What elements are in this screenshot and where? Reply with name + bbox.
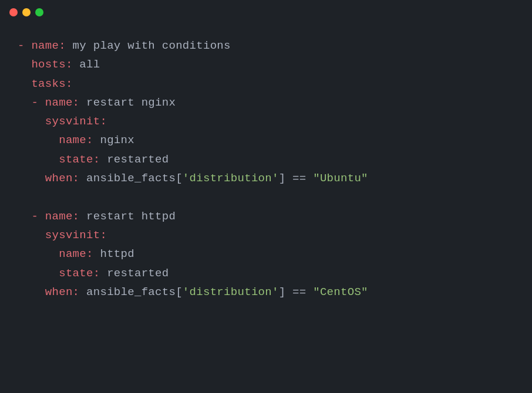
dash-3: - (31, 207, 38, 226)
line-sysvinit-1: sysvinit: (18, 112, 514, 131)
key-sysvinit-1: sysvinit: (45, 112, 107, 131)
line-when-1: when: ansible_facts['distribution'] == "… (18, 169, 514, 188)
key-name-1: name: (31, 36, 66, 55)
key-name-5: name: (59, 245, 93, 263)
key-name-4: name: (45, 207, 80, 226)
line-state-2: state: restarted (18, 264, 514, 283)
key-sysvinit-2: sysvinit: (45, 226, 107, 245)
close-button[interactable] (9, 8, 18, 16)
line-state-1: state: restarted (18, 150, 514, 169)
line-nginx-name: name: nginx (18, 131, 514, 150)
maximize-button[interactable] (35, 8, 43, 16)
key-tasks: tasks: (31, 74, 72, 93)
key-name-3: name: (59, 131, 93, 150)
line-when-2: when: ansible_facts['distribution'] == "… (18, 283, 514, 301)
blank-line (18, 188, 514, 206)
line-tasks: tasks: (18, 74, 514, 93)
key-state-2: state: (59, 264, 100, 283)
line-hosts: hosts: all (18, 55, 514, 74)
line-play-name: - name: my play with conditions (18, 36, 514, 55)
editor-window: - name: my play with conditions hosts: a… (0, 0, 532, 393)
dash-2: - (31, 93, 38, 112)
line-sysvinit-2: sysvinit: (18, 226, 514, 245)
dash-1: - (18, 36, 25, 55)
line-task2-name: - name: restart httpd (18, 207, 514, 226)
minimize-button[interactable] (22, 8, 31, 16)
key-hosts: hosts: (31, 55, 72, 74)
key-when-1: when: (45, 169, 80, 188)
line-task1-name: - name: restart nginx (18, 93, 514, 112)
key-state-1: state: (59, 150, 100, 169)
key-name-2: name: (45, 93, 80, 112)
key-when-2: when: (45, 283, 80, 301)
titlebar (0, 0, 532, 25)
line-httpd-name: name: httpd (18, 245, 514, 263)
code-editor: - name: my play with conditions hosts: a… (0, 25, 532, 393)
